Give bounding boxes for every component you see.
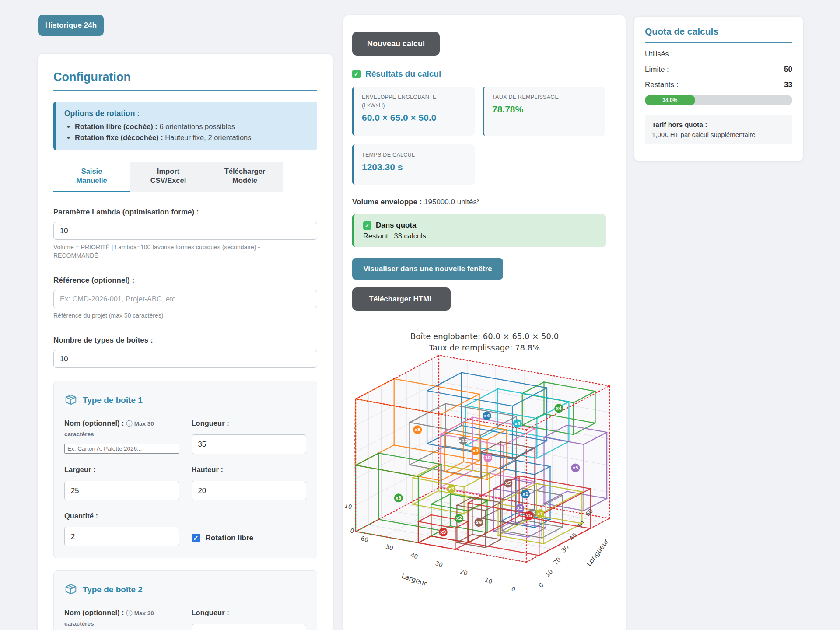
svg-text:0: 0 — [537, 581, 545, 589]
nom-label: Nom (optionnel) : ⓘ Max 30 caractères — [64, 418, 179, 439]
rotation-option-fixe: Rotation fixe (décochée) : Hauteur fixe,… — [75, 133, 308, 142]
result-card-fill-rate: TAUX DE REMPLISSAGE 78.78% — [483, 87, 605, 136]
results-panel: Nouveau calcul ✓ Résultats du calcul ENV… — [343, 15, 626, 630]
envelope-value: 60.0 × 65.0 × 50.0 — [362, 112, 467, 123]
result-card-envelope: ENVELOPPE ENGLOBANTE (L×W×H) 60.0 × 65.0… — [352, 87, 475, 136]
svg-text:x4: x4 — [472, 448, 478, 453]
svg-text:10: 10 — [544, 568, 554, 578]
box-count-input[interactable] — [53, 350, 317, 368]
quota-row-limit: Limite : 50 — [645, 65, 792, 74]
svg-text:x5: x5 — [505, 481, 511, 486]
quota-row-used: Utilisés : — [645, 50, 792, 59]
reference-help: Référence du projet (max 50 caractères) — [53, 312, 298, 320]
fill-rate-value: 78.78% — [492, 104, 597, 115]
svg-text:20: 20 — [459, 568, 469, 577]
svg-text:30: 30 — [560, 544, 570, 554]
quota-alert-text: Restant : 33 calculs — [363, 232, 597, 240]
svg-text:0: 0 — [511, 585, 516, 593]
box-count-label: Nombre de types de boîtes : — [53, 336, 317, 345]
svg-text:10: 10 — [484, 576, 493, 585]
nom-label: Nom (optionnel) : ⓘ Max 30 caractères — [64, 608, 179, 629]
svg-text:x7: x7 — [537, 511, 543, 516]
svg-text:10: 10 — [344, 502, 353, 511]
svg-text:x5: x5 — [526, 514, 532, 518]
rotation-libre-checkbox[interactable]: ✓ — [192, 534, 200, 542]
reference-input[interactable] — [53, 290, 317, 308]
rotation-libre-label: Rotation libre — [206, 534, 254, 542]
svg-text:x9: x9 — [476, 520, 482, 525]
info-icon: ⓘ — [126, 420, 132, 427]
box-type-1-title: Type de boîte 1 — [83, 396, 143, 405]
svg-text:x5: x5 — [573, 466, 578, 470]
visualize-new-window-button[interactable]: Visualiser dans une nouvelle fenêtre — [352, 258, 503, 280]
calc-time-value: 1203.30 s — [362, 162, 467, 172]
longueur-label: Longueur : — [192, 418, 307, 429]
quota-alert-title: Dans quota — [376, 221, 416, 230]
svg-text:x8: x8 — [415, 427, 420, 432]
rotation-options-title: Options de rotation : — [64, 109, 308, 118]
svg-text:Longueur: Longueur — [585, 537, 611, 568]
svg-text:x8: x8 — [396, 496, 401, 500]
plot-title: Boîte englobante: 60.0 × 65.0 × 50.0 Tau… — [352, 331, 617, 354]
package-icon — [64, 393, 77, 408]
quota-status-alert: ✓ Dans quota Restant : 33 calculs — [352, 214, 606, 247]
rotation-option-libre: Rotation libre (cochée) : 6 orientations… — [75, 122, 308, 131]
svg-text:x4: x4 — [556, 406, 561, 411]
svg-text:50: 50 — [385, 543, 394, 552]
new-calculation-button[interactable]: Nouveau calcul — [352, 32, 440, 56]
svg-text:x2: x2 — [456, 516, 462, 521]
input-mode-tabs: Saisie Manuelle Import CSV/Excel Télécha… — [53, 162, 284, 192]
tab-import-csv-excel[interactable]: Import CSV/Excel — [130, 162, 206, 192]
lambda-help: Volume = PRIORITÉ | Lambda=100 favorise … — [53, 243, 298, 260]
quota-progress-bar: 34.0% — [645, 95, 792, 105]
download-html-button[interactable]: Télécharger HTML — [352, 287, 451, 311]
rotation-options-info: Options de rotation : Rotation libre (co… — [53, 102, 317, 150]
svg-text:x9: x9 — [440, 530, 446, 535]
svg-text:40: 40 — [410, 551, 419, 560]
quota-progress-fill: 34.0% — [645, 95, 695, 105]
quota-panel: Quota de calculs Utilisés : Limite : 50 … — [634, 17, 803, 161]
box-type-card-1: Type de boîte 1 Nom (optionnel) : ⓘ Max … — [53, 381, 317, 559]
tab-saisie-manuelle[interactable]: Saisie Manuelle — [53, 162, 130, 192]
quota-row-remaining: Restants : 33 — [645, 80, 792, 89]
quota-title: Quota de calculs — [645, 26, 792, 43]
svg-text:0: 0 — [350, 527, 355, 535]
check-icon: ✓ — [352, 70, 360, 78]
results-title: Résultats du calcul — [365, 69, 441, 79]
box-type-2-title: Type de boîte 2 — [83, 585, 143, 595]
largeur-label: Largeur : — [64, 465, 179, 475]
largeur-input-1[interactable] — [64, 481, 179, 500]
history-24h-button[interactable]: Historique 24h — [38, 15, 104, 36]
svg-text:20: 20 — [552, 556, 562, 566]
quantite-label: Quantité : — [64, 511, 179, 522]
box-type-card-2: Type de boîte 2 Nom (optionnel) : ⓘ Max … — [53, 570, 317, 630]
longueur-input-2[interactable] — [192, 624, 307, 630]
reference-label: Référence (optionnel) : — [53, 276, 317, 285]
check-icon: ✓ — [363, 221, 371, 230]
svg-text:x1: x1 — [522, 492, 528, 497]
hauteur-input-1[interactable] — [192, 481, 307, 500]
longueur-input-1[interactable] — [192, 434, 307, 454]
svg-text:x2: x2 — [517, 506, 523, 511]
svg-text:10: 10 — [485, 455, 491, 460]
lambda-label: Paramètre Lambda (optimisation forme) : — [53, 208, 317, 217]
longueur-label: Longueur : — [192, 608, 307, 618]
configuration-title: Configuration — [53, 70, 317, 91]
svg-text:Largeur: Largeur — [400, 572, 428, 588]
svg-text:x4: x4 — [484, 413, 490, 418]
svg-text:x10: x10 — [458, 438, 467, 443]
tarif-box: Tarif hors quota : 1,00€ HT par calcul s… — [645, 115, 792, 144]
result-card-time: TEMPS DE CALCUL 1203.30 s — [352, 144, 475, 185]
svg-text:x4: x4 — [514, 421, 520, 426]
info-icon: ⓘ — [126, 609, 132, 616]
nom-input-1[interactable] — [64, 444, 179, 454]
packing-3d-plot: x4x4x4x10x4x810x3x1x5x8x5x2x3x2x7x5x9x90… — [343, 354, 626, 616]
hauteur-label: Hauteur : — [192, 465, 307, 475]
quantite-input-1[interactable] — [64, 527, 179, 546]
svg-text:60: 60 — [360, 535, 369, 544]
configuration-panel: Configuration Options de rotation : Rota… — [38, 54, 332, 630]
tab-telecharger-modele[interactable]: Télécharger Modèle — [206, 162, 283, 192]
svg-text:x3: x3 — [448, 486, 454, 491]
lambda-input[interactable] — [53, 222, 317, 240]
envelope-volume-line: Volume enveloppe : 195000.0 unités³ — [352, 198, 617, 206]
